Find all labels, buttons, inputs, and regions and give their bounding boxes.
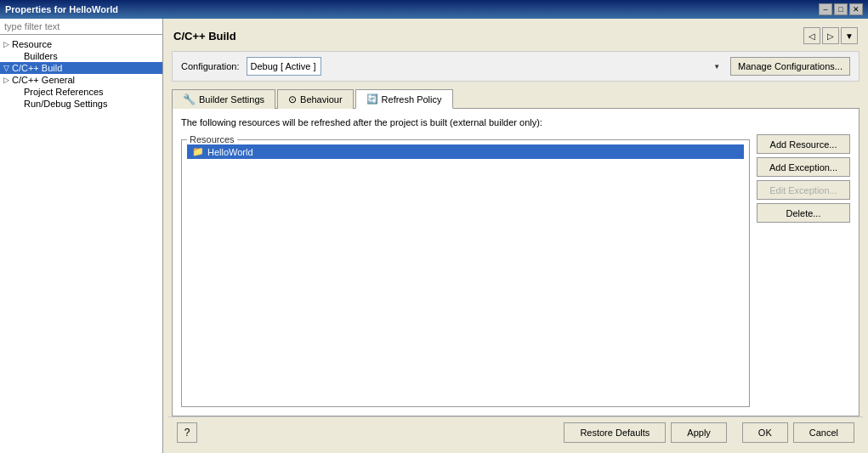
tree-item-run-debug[interactable]: Run/Debug Settings (0, 98, 162, 110)
folder-icon: 📁 (192, 146, 204, 157)
window-controls: – □ ✕ (819, 3, 863, 15)
resources-legend: Resources (187, 134, 237, 144)
tree-item-builders[interactable]: Builders (0, 50, 162, 62)
tab-bar: 🔧 Builder Settings ⊙ Behaviour 🔄 Refresh… (172, 88, 859, 109)
left-panel: ▷ Resource Builders ▽ C/C++ Build ▷ C/C+… (0, 19, 163, 453)
cancel-button[interactable]: Cancel (793, 422, 854, 443)
tabs-area: 🔧 Builder Settings ⊙ Behaviour 🔄 Refresh… (172, 88, 859, 416)
tab-label: Builder Settings (199, 94, 264, 105)
tree-area: ▷ Resource Builders ▽ C/C++ Build ▷ C/C+… (0, 35, 162, 453)
resources-fieldset: Resources 📁 HelloWorld (181, 134, 750, 407)
filter-input[interactable] (0, 19, 162, 35)
apply-button[interactable]: Apply (671, 422, 727, 443)
tree-item-label: Project References (24, 87, 104, 97)
config-select[interactable]: Debug [ Active ] (247, 57, 321, 76)
tab-behaviour[interactable]: ⊙ Behaviour (277, 89, 354, 109)
expand-icon: ▷ (3, 76, 9, 84)
resource-item-helloworld[interactable]: 📁 HelloWorld (187, 144, 744, 159)
config-row: Configuration: Debug [ Active ] Manage C… (172, 51, 859, 82)
tab-builder-settings[interactable]: 🔧 Builder Settings (172, 89, 275, 109)
add-resource-button[interactable]: Add Resource... (757, 134, 850, 154)
refresh-policy-description: The following resources will be refreshe… (181, 117, 850, 127)
main-container: ▷ Resource Builders ▽ C/C++ Build ▷ C/C+… (0, 19, 868, 453)
window-title: Properties for HelloWorld (5, 4, 118, 14)
delete-button[interactable]: Delete... (757, 203, 850, 223)
refresh-policy-icon: 🔄 (366, 93, 378, 105)
config-select-wrapper: Debug [ Active ] (247, 57, 724, 76)
help-button[interactable]: ? (177, 422, 197, 443)
minimize-button[interactable]: – (819, 3, 832, 15)
close-button[interactable]: ✕ (849, 3, 863, 15)
restore-defaults-button[interactable]: Restore Defaults (564, 422, 666, 443)
tab-content-refresh-policy: The following resources will be refreshe… (172, 109, 859, 416)
header-nav-buttons: ◁ ▷ ▼ (803, 27, 858, 44)
tree-item-resource[interactable]: ▷ Resource (0, 38, 162, 50)
tree-item-project-references[interactable]: Project References (0, 86, 162, 98)
expand-icon: ▽ (3, 64, 9, 72)
resources-list: 📁 HelloWorld (187, 144, 744, 297)
tree-item-label: C/C++ Build (12, 63, 62, 73)
tab-refresh-policy[interactable]: 🔄 Refresh Policy (355, 89, 453, 109)
expand-icon: ▷ (3, 40, 9, 48)
tree-item-label: Run/Debug Settings (24, 99, 107, 109)
panel-title: C/C++ Build (173, 30, 236, 42)
resources-buttons: Add Resource... Add Exception... Edit Ex… (757, 134, 850, 407)
add-exception-button[interactable]: Add Exception... (757, 157, 850, 177)
ok-button[interactable]: OK (742, 422, 788, 443)
config-label: Configuration: (181, 61, 240, 71)
dropdown-button[interactable]: ▼ (841, 27, 858, 44)
forward-button[interactable]: ▷ (822, 27, 839, 44)
right-panel: C/C++ Build ◁ ▷ ▼ Configuration: Debug [… (163, 19, 868, 453)
tree-item-label: C/C++ General (12, 75, 75, 85)
manage-configurations-button[interactable]: Manage Configurations... (730, 57, 850, 76)
panel-header: C/C++ Build ◁ ▷ ▼ (168, 24, 863, 51)
resources-section: Resources 📁 HelloWorld Add Resource... (181, 134, 850, 407)
edit-exception-button[interactable]: Edit Exception... (757, 180, 850, 200)
builder-settings-icon: 🔧 (183, 93, 196, 105)
tab-label: Refresh Policy (382, 94, 442, 105)
tab-label: Behaviour (300, 94, 343, 105)
maximize-button[interactable]: □ (834, 3, 848, 15)
title-bar: Properties for HelloWorld – □ ✕ (0, 0, 868, 19)
tree-item-cpp-general[interactable]: ▷ C/C++ General (0, 74, 162, 86)
behaviour-icon: ⊙ (288, 93, 297, 105)
tree-item-label: Builders (24, 51, 58, 61)
bottom-bar: ? Restore Defaults Apply OK Cancel (168, 416, 863, 448)
tree-item-label: Resource (12, 39, 52, 49)
resource-item-label: HelloWorld (207, 147, 253, 157)
tree-item-cpp-build[interactable]: ▽ C/C++ Build (0, 62, 162, 74)
back-button[interactable]: ◁ (803, 27, 820, 44)
